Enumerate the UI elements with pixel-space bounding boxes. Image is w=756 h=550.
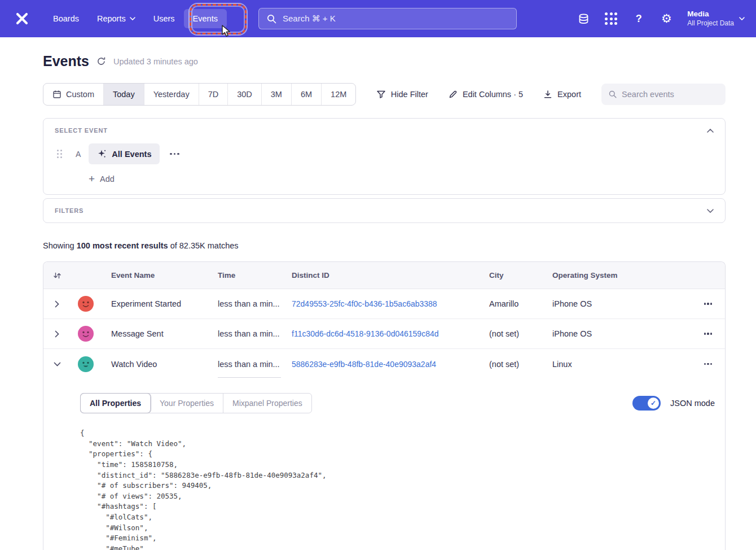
table-row[interactable]: Message Sent less than a min... f11c30d6… [43,319,725,349]
cell-os: iPhone OS [552,329,691,338]
select-event-label: SELECT EVENT [55,127,108,134]
add-event-button[interactable]: + Add [89,173,115,184]
top-navbar: Boards Reports Users Events Search ⌘ + K… [0,0,756,37]
cursor-icon [219,25,231,37]
nav-item-boards[interactable]: Boards [44,9,88,28]
detail-toolbar: All Properties Your Properties Mixpanel … [80,393,715,413]
download-icon [543,90,552,99]
cell-time: less than a min... [218,329,292,338]
range-3m-button[interactable]: 3M [262,84,292,105]
add-event-label: Add [100,174,115,184]
range-7d-button[interactable]: 7D [199,84,228,105]
row-more-button[interactable] [700,359,717,369]
mixpanel-logo-icon[interactable] [14,10,30,27]
drag-handle-icon[interactable] [55,147,64,160]
properties-tabs: All Properties Your Properties Mixpanel … [80,393,312,413]
range-yesterday-button[interactable]: Yesterday [144,84,199,105]
range-custom-button[interactable]: Custom [43,84,104,105]
event-row-letter: A [76,150,81,159]
cell-city: Amarillo [489,299,552,308]
toolbar: Custom Today Yesterday 7D 30D 3M 6M 12M … [43,83,726,106]
row-more-button[interactable] [700,328,717,339]
row-detail-panel: All Properties Your Properties Mixpanel … [43,379,725,550]
expand-collapse-all-icon[interactable] [53,272,61,280]
summary-count: 100 most recent results [77,241,168,250]
nav-item-reports-label: Reports [97,14,126,23]
plus-icon: + [89,173,95,184]
distinct-id-link[interactable]: f11c30d6-dc6d-4518-9136-0d046159c84d [292,329,439,338]
filters-card: FILTERS [43,198,726,223]
event-query-row: A All Events [43,142,725,164]
event-json-view: { "event": "Watch Video", "properties": … [80,428,715,550]
select-event-header[interactable]: SELECT EVENT [43,119,725,142]
cell-event-name: Watch Video [111,360,218,369]
refresh-icon [96,56,106,66]
apps-grid-icon[interactable] [604,12,618,25]
toolbar-right: Hide Filter Edit Columns · 5 Export [376,84,726,105]
event-avatar [78,356,94,372]
cell-os: Linux [552,360,691,369]
global-search-placeholder: Search ⌘ + K [283,14,336,24]
page-title: Events [43,53,89,69]
row-more-button[interactable] [700,298,717,309]
col-header-distinct-id[interactable]: Distinct ID [292,271,489,280]
data-management-icon[interactable] [577,12,590,25]
nav-item-users[interactable]: Users [144,9,184,28]
tab-mixpanel-properties[interactable]: Mixpanel Properties [223,394,311,413]
global-search-input[interactable]: Search ⌘ + K [258,8,517,29]
event-selector-button[interactable]: All Events [89,143,160,164]
hide-filter-label: Hide Filter [391,90,428,99]
edit-columns-button[interactable]: Edit Columns · 5 [449,90,523,99]
main-content: Events Updated 3 minutes ago Custom Toda… [0,53,756,550]
distinct-id-link[interactable]: 72d49553-25fc-4f0c-b436-1b5ac6ab3388 [292,299,437,308]
results-summary: Showing 100 most recent results of 82.35… [43,241,726,250]
chevron-up-icon[interactable] [707,129,714,133]
export-button[interactable]: Export [543,90,581,99]
toggle-knob-check-icon: ✓ [648,398,659,409]
pencil-icon [449,90,458,99]
range-custom-label: Custom [66,90,94,99]
event-avatar [78,296,94,312]
col-header-city[interactable]: City [489,271,552,280]
range-today-button[interactable]: Today [104,84,144,105]
json-mode-control: ✓ JSON mode [632,396,715,411]
date-range-picker: Custom Today Yesterday 7D 30D 3M 6M 12M [43,83,356,106]
col-header-event-name[interactable]: Event Name [111,271,218,280]
table-row[interactable]: Experiment Started less than a min... 72… [43,289,725,319]
cell-time: less than a min... [218,360,292,369]
hide-filter-button[interactable]: Hide Filter [376,90,428,99]
chevron-down-icon [130,17,135,20]
sparkle-icon [97,149,107,159]
chevron-down-icon[interactable] [54,362,61,366]
json-mode-toggle[interactable]: ✓ [632,396,661,411]
search-events-input[interactable] [622,90,718,99]
nav-item-reports[interactable]: Reports [88,9,144,28]
cell-city: (not set) [489,329,552,338]
project-name: Media [687,10,734,19]
refresh-button[interactable] [96,56,106,66]
event-row-more-button[interactable] [164,147,185,161]
json-mode-label: JSON mode [670,399,715,408]
settings-gear-icon[interactable]: ⚙ [660,12,673,25]
project-switcher[interactable]: Media All Project Data [687,10,745,28]
export-label: Export [557,90,581,99]
range-12m-button[interactable]: 12M [322,84,355,105]
search-events-box [601,84,726,105]
last-updated-text: Updated 3 minutes ago [113,57,198,66]
chevron-down-icon[interactable] [707,209,714,213]
table-row-expanded[interactable]: Watch Video less than a min... 5886283e-… [43,349,725,379]
chevron-down-icon [739,17,745,20]
col-header-time[interactable]: Time [218,271,292,280]
col-header-os[interactable]: Operating System [552,271,691,280]
select-event-card: SELECT EVENT A All Events + Add [43,118,726,195]
project-scope: All Project Data [687,19,734,28]
help-icon[interactable]: ? [632,12,645,25]
distinct-id-link[interactable]: 5886283e-e9fb-48fb-81de-40e9093a2af4 [292,360,436,369]
range-30d-button[interactable]: 30D [228,84,262,105]
filters-header[interactable]: FILTERS [43,199,725,222]
tab-all-properties[interactable]: All Properties [81,394,151,413]
range-6m-button[interactable]: 6M [292,84,322,105]
tab-your-properties[interactable]: Your Properties [151,394,223,413]
chevron-right-icon[interactable] [55,300,59,308]
chevron-right-icon[interactable] [55,330,59,338]
